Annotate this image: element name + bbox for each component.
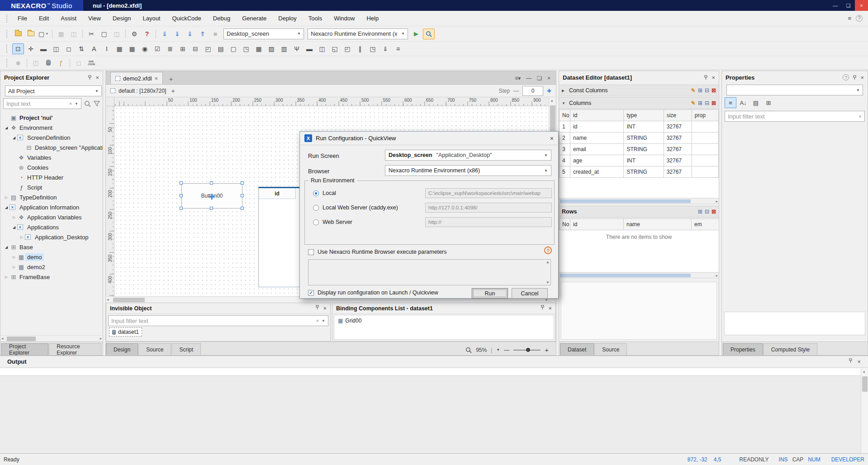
- tree-item-http-header[interactable]: ◔HTTP Header: [0, 172, 103, 182]
- menu-edit[interactable]: Edit: [33, 13, 55, 24]
- rows-section[interactable]: Rows ⊞ ⊟ ⊠: [559, 206, 719, 218]
- cut-icon[interactable]: ✂: [85, 28, 97, 39]
- combo-icon[interactable]: ◫: [50, 43, 62, 54]
- frame-icon[interactable]: ◳: [240, 43, 252, 54]
- browser-combo[interactable]: Nexacro Runtime Environment (x86) ▼: [385, 165, 551, 176]
- column-header[interactable]: prop: [692, 110, 718, 121]
- scroll-up-icon[interactable]: ▴: [551, 98, 553, 103]
- move-row-icon[interactable]: ⊟: [705, 209, 709, 215]
- resize-handle[interactable]: [241, 207, 244, 210]
- cell-icon[interactable]: ⊟: [190, 43, 201, 54]
- toolbar-options-icon[interactable]: ≡: [848, 15, 851, 22]
- filedownload-icon[interactable]: ⇓: [379, 43, 391, 54]
- zoom-slider-thumb[interactable]: [526, 348, 530, 352]
- component-selector-combo[interactable]: ▼: [726, 85, 863, 95]
- menu-help[interactable]: Help: [360, 13, 384, 24]
- dataset1-item[interactable]: dataset1: [109, 327, 142, 337]
- transform-icon[interactable]: ◫: [30, 57, 42, 68]
- pin-icon[interactable]: [849, 358, 853, 363]
- invisible-object-filter-input[interactable]: Input filter text×▼: [108, 315, 328, 326]
- pin-icon[interactable]: [88, 75, 92, 80]
- select-tool-icon[interactable]: ⊡: [12, 43, 24, 54]
- hand-tool-icon[interactable]: ✛: [25, 43, 37, 54]
- table-cell[interactable]: 32767: [664, 121, 692, 133]
- script-edit-icon[interactable]: ƒ: [55, 57, 67, 68]
- image-icon[interactable]: ▨: [266, 43, 277, 54]
- option-url-field[interactable]: http://127.0.0.1:4098/: [425, 203, 552, 213]
- tab-computed-style[interactable]: Computed Style: [764, 343, 817, 355]
- form-select-icon[interactable]: [110, 88, 115, 93]
- table-row[interactable]: 3emailSTRING32767: [560, 144, 719, 155]
- table-cell[interactable]: STRING: [624, 133, 664, 144]
- zoom-in-button[interactable]: +: [545, 346, 549, 354]
- form-icon[interactable]: ▢: [228, 43, 239, 54]
- scroll-right-icon[interactable]: ▸: [100, 336, 102, 341]
- copy-icon[interactable]: ▢: [98, 28, 110, 39]
- move-column-icon[interactable]: ⊟: [705, 87, 709, 94]
- save-icon[interactable]: ▦: [55, 28, 67, 39]
- table-cell[interactable]: 32767: [664, 155, 692, 166]
- radio-option-local-web-server-caddy-exe-[interactable]: Local Web Server (caddy.exe): [313, 203, 398, 213]
- tree-item-screendefinition[interactable]: ◢×ScreenDefinition: [0, 133, 103, 142]
- tree-item-application-variables[interactable]: ▷❖Application Variables: [0, 212, 103, 222]
- close-editor-icon[interactable]: ×: [547, 75, 550, 81]
- edit-icon[interactable]: ◻: [63, 43, 75, 54]
- popupdiv-icon[interactable]: ◰: [342, 43, 353, 54]
- tree-expand-icon[interactable]: ◢: [3, 245, 9, 249]
- resize-handle[interactable]: [180, 194, 183, 197]
- tab-design[interactable]: Design: [106, 343, 138, 355]
- expand-icon[interactable]: ▶: [562, 89, 566, 93]
- column-header[interactable]: type: [624, 110, 664, 121]
- tree-expand-icon[interactable]: ◢: [11, 225, 17, 229]
- edit-pin-icon[interactable]: ✎: [691, 100, 696, 106]
- column-header[interactable]: No: [560, 110, 570, 121]
- scroll-right-icon[interactable]: ▸: [716, 199, 718, 204]
- project-tree-hscrollbar[interactable]: ◂ ▸: [0, 335, 103, 342]
- generate-all-icon[interactable]: ⇓: [171, 28, 183, 39]
- tree-item-environment[interactable]: ◢❖Environment: [0, 123, 103, 133]
- table-cell[interactable]: [692, 133, 718, 144]
- scroll-right-icon[interactable]: ▸: [716, 273, 718, 278]
- help-icon[interactable]: ?: [843, 74, 849, 81]
- table-cell[interactable]: 32767: [664, 144, 692, 155]
- option-url-field[interactable]: C:\eclipse_xupN\workspace\edu\src\main\w…: [425, 188, 552, 198]
- view-properties-icon[interactable]: ▤: [750, 97, 762, 108]
- tree-item-script[interactable]: ƒScript: [0, 182, 103, 192]
- radio-icon[interactable]: ◉: [139, 43, 151, 54]
- menu-quickcode[interactable]: QuickCode: [166, 13, 207, 24]
- step-value-box[interactable]: 0: [522, 86, 543, 96]
- tab-resource-explorer[interactable]: Resource Explorer: [49, 343, 101, 355]
- table-cell[interactable]: [692, 121, 718, 133]
- sort-alphabetic-icon[interactable]: A↓: [737, 97, 749, 108]
- layout-icon[interactable]: ◫: [316, 43, 328, 54]
- close-panel-icon[interactable]: ×: [711, 74, 715, 81]
- delete-row-icon[interactable]: ⊠: [711, 209, 716, 215]
- menu-assist[interactable]: Assist: [55, 13, 82, 24]
- table-cell[interactable]: STRING: [624, 166, 664, 178]
- close-panel-icon[interactable]: ×: [548, 305, 552, 312]
- output-vscrollbar[interactable]: ▴: [861, 368, 868, 453]
- generate-icon[interactable]: ⇓: [159, 28, 171, 39]
- close-panel-icon[interactable]: ×: [95, 74, 99, 81]
- pin-icon[interactable]: [853, 75, 857, 80]
- close-button[interactable]: ×: [855, 0, 868, 11]
- tree-collapse-icon[interactable]: ▷: [3, 275, 9, 279]
- resize-handle[interactable]: [210, 181, 213, 185]
- imageviewer-icon[interactable]: I: [101, 43, 113, 54]
- columns-table[interactable]: Noidtypesizeprop1idINT327672nameSTRING32…: [559, 109, 719, 178]
- scroll-up-icon[interactable]: ▴: [863, 369, 865, 374]
- column-header[interactable]: No: [560, 219, 570, 230]
- resize-handle[interactable]: [180, 207, 183, 210]
- tree-expand-icon[interactable]: ◢: [3, 205, 9, 209]
- table-icon[interactable]: ⊞: [177, 43, 189, 54]
- edit-pin-icon[interactable]: ✎: [691, 87, 696, 94]
- table-row[interactable]: 2nameSTRING32767: [560, 133, 719, 144]
- table-cell[interactable]: 3: [560, 144, 570, 155]
- menu-file[interactable]: File: [12, 13, 33, 24]
- tree-item-cookies[interactable]: ⊛Cookies: [0, 162, 103, 172]
- column-header[interactable]: name: [624, 219, 692, 230]
- delete-column-icon[interactable]: ⊠: [711, 100, 716, 106]
- rows-table[interactable]: Noidnameem: [559, 218, 719, 230]
- tree-item-project-nui-[interactable]: ▣Project 'nui': [0, 113, 103, 123]
- close-panel-icon[interactable]: ×: [860, 74, 864, 81]
